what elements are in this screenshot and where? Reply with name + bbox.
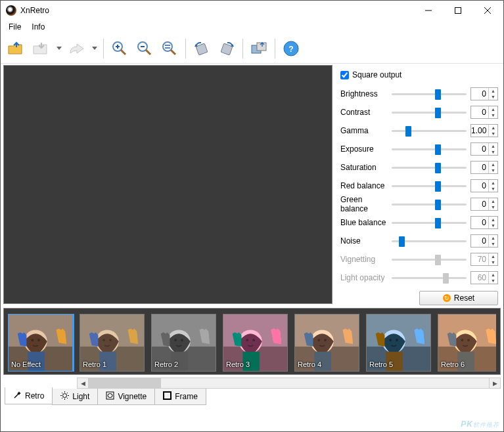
scroll-track[interactable]: [89, 378, 489, 388]
svg-text:?: ?: [288, 45, 293, 54]
slider-label: Red balance: [340, 181, 392, 190]
compare-button[interactable]: [247, 37, 271, 60]
share-dropdown[interactable]: [90, 47, 99, 50]
svg-line-7: [121, 50, 126, 54]
thumb-caption: Retro 2: [154, 360, 178, 368]
svg-point-52: [317, 339, 320, 341]
slider-row-saturation: Saturation0▲▼: [340, 158, 498, 177]
slider-exposure[interactable]: [392, 143, 467, 155]
svg-point-34: [103, 339, 105, 341]
save-dropdown[interactable]: [55, 47, 64, 50]
rotate-left-button[interactable]: [190, 37, 214, 60]
scroll-left-button[interactable]: ◀: [78, 378, 89, 388]
slider-label: Vignetting: [340, 255, 392, 264]
svg-rect-1: [455, 8, 461, 14]
filter-thumb-retro-4[interactable]: Retro 4: [294, 314, 359, 372]
slider-saturation[interactable]: [392, 162, 467, 173]
slider-noise[interactable]: [392, 235, 467, 247]
filter-thumb-retro-6[interactable]: Retro 6: [438, 314, 496, 372]
tab-frame[interactable]: Frame: [154, 389, 206, 405]
filter-thumb-no-effect[interactable]: No Effect: [8, 314, 73, 372]
slider-label: Noise: [340, 236, 392, 246]
tab-light[interactable]: Light: [52, 389, 98, 405]
spinbox-vignetting: 70▲▼: [470, 253, 498, 266]
svg-point-47: [252, 339, 255, 341]
spinbox-saturation[interactable]: 0▲▼: [470, 161, 498, 174]
thumb-caption: Retro 3: [226, 360, 250, 368]
filter-thumb-retro-2[interactable]: Retro 2: [151, 314, 216, 372]
filmstrip-scrollbar[interactable]: ◀ ▶: [77, 378, 501, 389]
slider-label: Green balance: [340, 195, 392, 213]
spinbox-green-balance[interactable]: 0▲▼: [470, 198, 498, 211]
reset-icon: ↻: [443, 294, 451, 302]
svg-point-40: [174, 339, 177, 341]
menubar: File Info: [1, 20, 503, 33]
svg-point-58: [389, 339, 392, 341]
spinbox-exposure[interactable]: 0▲▼: [470, 142, 498, 156]
thumb-caption: Retro 4: [298, 360, 321, 368]
tab-retro[interactable]: Retro: [5, 387, 53, 404]
svg-rect-17: [196, 43, 208, 55]
spinbox-noise[interactable]: 0▲▼: [470, 234, 498, 248]
slider-row-green-balance: Green balance0▲▼: [340, 195, 498, 213]
slider-green-balance[interactable]: [392, 198, 467, 210]
filter-thumb-retro-5[interactable]: Retro 5: [366, 314, 431, 372]
slider-row-red-balance: Red balance0▲▼: [340, 177, 498, 195]
help-button[interactable]: ?: [279, 37, 303, 60]
svg-point-13: [163, 42, 172, 51]
svg-point-59: [396, 339, 398, 341]
scroll-thumb[interactable]: [89, 378, 161, 388]
filter-thumb-retro-1[interactable]: Retro 1: [80, 314, 145, 372]
tab-label: Vignette: [118, 392, 147, 401]
zoom-out-button[interactable]: [133, 37, 156, 60]
spinbox-contrast[interactable]: 0▲▼: [470, 106, 498, 119]
slider-blue-balance[interactable]: [392, 217, 467, 228]
titlebar: XnRetro: [1, 1, 503, 20]
toolbar: ?: [1, 33, 503, 64]
maximize-button[interactable]: [443, 1, 472, 20]
spinbox-blue-balance[interactable]: 0▲▼: [470, 216, 498, 229]
filmstrip: No EffectRetro 1Retro 2Retro 3Retro 4Ret…: [3, 308, 501, 375]
rotate-right-button[interactable]: [215, 37, 239, 60]
slider-label: Brightness: [340, 89, 392, 98]
square-output-checkbox[interactable]: [340, 71, 349, 79]
canvas-area[interactable]: [3, 65, 332, 304]
spinbox-red-balance[interactable]: 0▲▼: [470, 179, 498, 192]
tab-vignette[interactable]: Vignette: [97, 389, 155, 405]
zoom-fit-button[interactable]: [158, 37, 181, 60]
main-row: Square output Brightness0▲▼Contrast0▲▼Ga…: [1, 64, 503, 305]
svg-line-80: [67, 398, 68, 399]
zoom-in-button[interactable]: [108, 37, 131, 60]
sun-icon: [60, 391, 69, 402]
filter-thumb-retro-3[interactable]: Retro 3: [223, 314, 288, 372]
slider-row-contrast: Contrast0▲▼: [340, 103, 498, 121]
menu-file[interactable]: File: [3, 21, 26, 33]
tab-label: Retro: [25, 391, 44, 400]
slider-gamma[interactable]: [392, 125, 467, 137]
spinbox-gamma[interactable]: 1.00▲▼: [470, 124, 498, 137]
minimize-button[interactable]: [413, 1, 443, 20]
bottom-tabs: RetroLightVignetteFrame: [1, 389, 503, 405]
menu-info[interactable]: Info: [26, 21, 50, 33]
side-panel: Square output Brightness0▲▼Contrast0▲▼Ga…: [334, 64, 503, 305]
svg-rect-19: [221, 43, 233, 55]
save-button[interactable]: [30, 37, 53, 60]
spinbox-brightness[interactable]: 0▲▼: [470, 87, 498, 100]
svg-line-81: [67, 393, 68, 393]
svg-line-82: [62, 398, 62, 399]
close-button[interactable]: [472, 1, 502, 20]
slider-row-brightness: Brightness0▲▼: [340, 85, 498, 103]
reset-button[interactable]: ↻ Reset: [419, 291, 498, 305]
share-button[interactable]: [65, 37, 89, 60]
open-button[interactable]: [5, 37, 28, 60]
thumb-caption: Retro 6: [441, 360, 465, 368]
slider-brightness[interactable]: [392, 88, 467, 100]
slider-light-opacity: [392, 272, 467, 284]
scroll-right-button[interactable]: ▶: [489, 378, 500, 388]
svg-point-65: [467, 339, 470, 341]
frame-icon: [163, 391, 172, 402]
slider-red-balance[interactable]: [392, 180, 467, 192]
slider-contrast[interactable]: [392, 106, 467, 118]
svg-line-73: [14, 393, 19, 398]
svg-point-64: [461, 339, 463, 341]
